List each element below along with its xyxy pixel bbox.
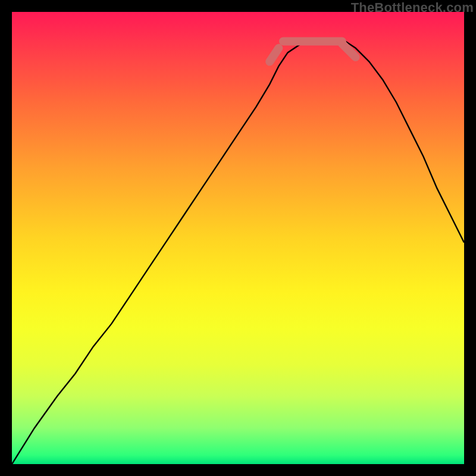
plot-area: [12, 12, 464, 464]
chart-root: { "watermark": { "text": "TheBottleneck.…: [0, 0, 476, 476]
gradient-background: [12, 12, 464, 464]
